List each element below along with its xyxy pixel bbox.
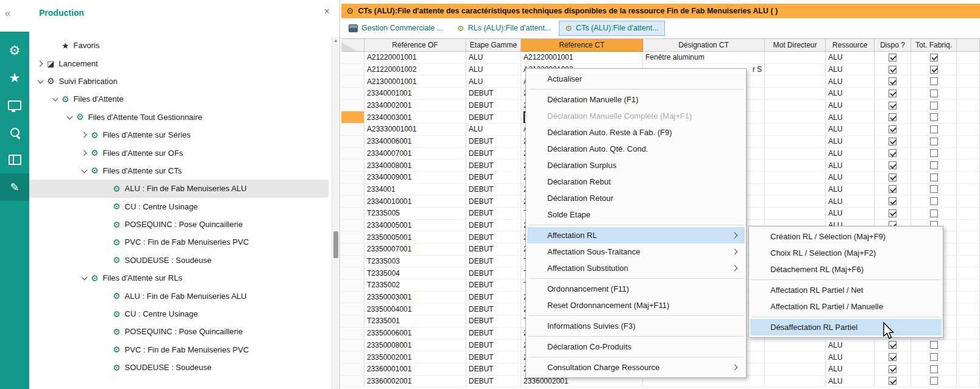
row-selector[interactable] [341, 244, 364, 256]
tot-fabriq-checkbox[interactable] [930, 54, 938, 61]
row-selector[interactable] [341, 195, 364, 208]
tree-item[interactable]: ⚙ALU : Fin de Fab Menuiseries ALU [29, 287, 331, 304]
rail-settings-button[interactable]: ⚙ [0, 37, 29, 64]
tree-item[interactable]: ◪Lancement [29, 54, 331, 72]
row-selector[interactable] [341, 88, 364, 100]
row-selector[interactable] [341, 52, 364, 64]
menu-item[interactable]: Affectation RL [527, 227, 745, 244]
row-selector[interactable] [341, 111, 364, 124]
chevron-down-icon[interactable] [79, 273, 89, 283]
menu-item[interactable]: Déclaration Manuelle (F1) [527, 91, 745, 108]
row-selector[interactable] [341, 351, 364, 363]
menu-item[interactable]: Déclaration Co-Produits [527, 338, 745, 355]
dispo-checkbox[interactable] [889, 66, 897, 74]
tree-item[interactable]: ⚙Files d'Attente sur RLs [29, 269, 331, 287]
dispo-checkbox[interactable] [889, 377, 897, 385]
tab-cts-file-attente[interactable]: ⚙CTs (ALU):File d'attent... [559, 21, 664, 36]
tot-fabriq-checkbox[interactable] [930, 161, 938, 169]
dispo-checkbox[interactable] [889, 149, 897, 157]
row-selector[interactable] [341, 315, 364, 328]
menu-item[interactable]: Actualiser [527, 71, 745, 87]
menu-item[interactable]: Consultation Charge Ressource [527, 359, 745, 376]
dispo-checkbox[interactable] [889, 197, 897, 205]
tot-fabriq-checkbox[interactable] [930, 77, 938, 85]
menu-item[interactable]: Solde Etape [527, 206, 745, 223]
rail-favorites-button[interactable]: ★ [0, 64, 29, 91]
menu-item[interactable]: Affectation RL Partiel / Net [750, 282, 942, 298]
menu-item[interactable]: Désaffectation RL Partiel [750, 319, 942, 335]
row-selector[interactable] [341, 231, 364, 244]
tot-fabriq-checkbox[interactable] [930, 138, 938, 145]
menu-item[interactable]: Affectation Sous-Traitance [527, 244, 745, 260]
dispo-checkbox[interactable] [889, 54, 897, 61]
menu-item[interactable]: Déclaration Auto. Reste à Fab. (F9) [527, 124, 745, 141]
rail-workstation-button[interactable] [0, 91, 29, 119]
dispo-checkbox[interactable] [889, 161, 897, 169]
column-header-tot-fabriq[interactable]: Tot. Fabriq. [911, 39, 957, 52]
tree-item[interactable]: ⚙CU : Centre Usinage [29, 198, 331, 216]
row-selector[interactable] [341, 376, 364, 388]
rail-production-button[interactable]: ✎ [0, 173, 29, 201]
column-header-reference-of[interactable]: Référence OF [364, 39, 466, 52]
tree-item[interactable]: ⚙Files d'Attente sur CTs [29, 162, 331, 180]
menu-item[interactable]: Déclaration Rebut [527, 173, 745, 190]
rail-search-button[interactable] [0, 119, 29, 146]
tree-item[interactable]: ⚙Files d'Attente sur OFs [29, 144, 331, 161]
row-selector[interactable] [341, 256, 364, 268]
menu-item[interactable]: Affectation RL Partiel / Manuelle [750, 298, 942, 315]
tot-fabriq-checkbox[interactable] [930, 102, 938, 110]
menu-item[interactable]: Choix RL / Sélection (Maj+F2) [750, 245, 942, 261]
tree-item[interactable]: ⚙POSEQUINC : Pose Quincaillerie [29, 216, 331, 233]
row-selector[interactable] [341, 220, 364, 232]
row-selector[interactable] [341, 172, 364, 184]
tree-scrollbar[interactable]: ▲ [332, 37, 339, 389]
tot-fabriq-checkbox[interactable] [930, 197, 938, 205]
dispo-checkbox[interactable] [889, 102, 897, 110]
chevron-down-icon[interactable] [50, 94, 60, 104]
row-selector[interactable] [341, 159, 364, 172]
row-selector[interactable] [341, 267, 364, 279]
dispo-checkbox[interactable] [889, 341, 897, 349]
menu-item[interactable]: Ordonnancement (F11) [527, 281, 745, 297]
chevron-down-icon[interactable] [79, 166, 89, 175]
dispo-checkbox[interactable] [889, 185, 897, 193]
column-header-row-selector[interactable] [341, 39, 364, 52]
tot-fabriq-checkbox[interactable] [930, 377, 938, 385]
tot-fabriq-checkbox[interactable] [930, 66, 938, 74]
dispo-checkbox[interactable] [889, 353, 897, 361]
rail-columns-button[interactable] [0, 146, 29, 173]
menu-item[interactable]: Informations Suivies (F3) [527, 318, 745, 334]
tot-fabriq-checkbox[interactable] [930, 209, 938, 217]
chevron-right-icon[interactable] [79, 148, 89, 158]
chevron-down-icon[interactable] [35, 76, 45, 86]
tot-fabriq-checkbox[interactable] [930, 173, 938, 181]
tot-fabriq-checkbox[interactable] [930, 365, 938, 373]
row-selector[interactable] [341, 303, 364, 315]
tot-fabriq-checkbox[interactable] [930, 149, 938, 157]
tree-item[interactable]: ⚙CU : Centre Usinage [29, 305, 331, 323]
tree-item-selected[interactable]: ⚙ALU : Fin de Fab Menuiseries ALU [29, 180, 328, 197]
menu-item[interactable]: Détachement RL (Maj+F6) [750, 261, 942, 278]
chevron-right-icon[interactable] [35, 58, 45, 68]
dispo-checkbox[interactable] [889, 125, 897, 133]
dispo-checkbox[interactable] [889, 365, 897, 373]
tree-item[interactable]: ⚙SOUDEUSE : Soudeuse [29, 359, 331, 376]
tree-item[interactable]: ⚙SOUDEUSE : Soudeuse [29, 251, 331, 269]
tree-item[interactable]: ⚙POSEQUINC : Pose Quincaillerie [29, 323, 331, 340]
row-selector[interactable] [341, 340, 364, 352]
column-header-dispo[interactable]: Dispo ? [875, 39, 911, 52]
close-icon[interactable]: × [324, 6, 330, 17]
menu-item[interactable]: Déclaration Manuelle Complète (Maj+F1) [527, 108, 745, 124]
row-selector[interactable] [341, 124, 364, 136]
menu-item[interactable]: Reset Ordonnancement (Maj+F11) [527, 297, 745, 314]
table-row[interactable]: A21220001001ALUA21220001001Fenêtre alumi… [341, 52, 980, 64]
menu-item[interactable]: Affectation Substitution [527, 260, 745, 276]
tot-fabriq-checkbox[interactable] [930, 341, 938, 349]
tree-item[interactable]: ⚙Suivi Fabrication [29, 72, 331, 90]
dispo-checkbox[interactable] [889, 138, 897, 145]
tot-fabriq-checkbox[interactable] [930, 185, 938, 193]
column-header-designation-ct[interactable]: Désignation CT [643, 39, 765, 52]
row-selector[interactable] [341, 184, 364, 196]
tot-fabriq-checkbox[interactable] [930, 89, 938, 97]
panel-collapse-button[interactable]: « [5, 7, 10, 19]
